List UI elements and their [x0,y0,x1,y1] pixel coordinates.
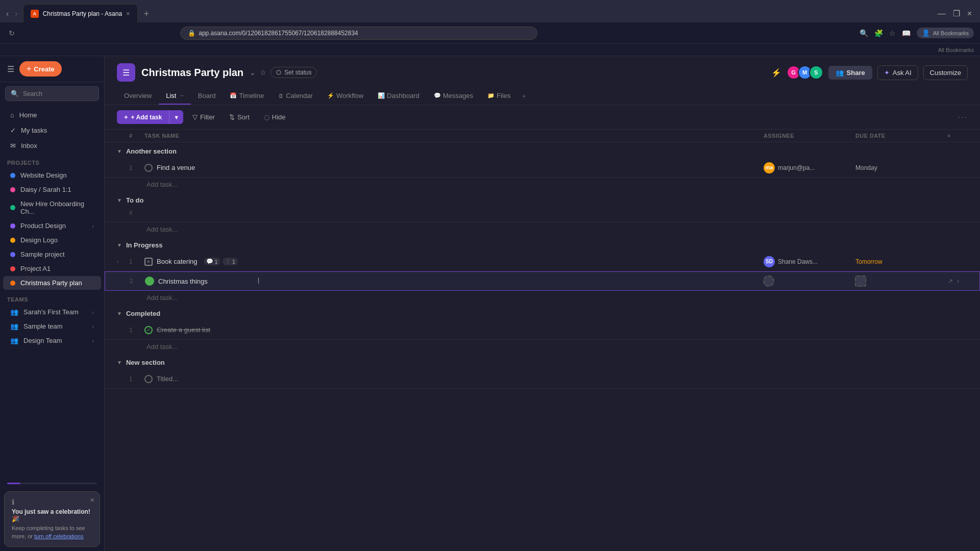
sidebar-item-daisy-sarah[interactable]: Daisy / Sarah 1:1 [3,183,101,196]
search-bar[interactable]: 🔍 Search [5,86,99,101]
toast-title: You just saw a celebration! 🎉 [12,508,92,522]
sidebar-item-design-team[interactable]: 👥 Design Team › [3,334,101,347]
section-header-todo[interactable]: ▼ To do [105,191,980,207]
add-task-dropdown-btn[interactable]: ▼ [169,110,183,124]
section-header-new[interactable]: ▼ New section [105,354,980,369]
forward-btn[interactable]: › [13,9,19,18]
tab-messages[interactable]: 💬 Messages [427,88,480,105]
browser-tab-active[interactable]: A Christmas Party plan - Asana × [23,4,138,22]
add-task-inline[interactable]: Add task... [105,222,980,236]
task-actions-editing: ↗ › [947,277,967,286]
teams-list: 👥 Sarah's First Team › 👥 Sample team › 👥… [0,305,104,348]
tab-dashboard[interactable]: 📊 Dashboard [371,88,427,105]
sidebar-item-inbox[interactable]: ✉ Inbox [3,138,101,153]
new-tab-btn[interactable]: + [139,6,154,21]
task-status-icon[interactable] [144,375,153,383]
add-task-button[interactable]: + + Add task [117,110,169,124]
tab-close-btn[interactable]: × [126,10,130,17]
action-btn-2[interactable]: › [956,277,960,286]
add-tab-btn[interactable]: + [518,88,530,104]
sidebar-item-home[interactable]: ⌂ Home [3,108,101,122]
minimize-btn[interactable]: — [938,9,946,18]
add-task-inline[interactable]: Add task... [105,291,980,305]
task-row[interactable]: 1 Titled... [105,369,980,389]
status-button[interactable]: Set status [271,67,317,78]
create-button[interactable]: + Create [19,61,62,77]
task-row[interactable]: 1 Find a venue ma marjun@pa... Monday [105,158,980,178]
task-assignee-editing[interactable] [763,276,855,287]
filter-button[interactable]: ▽ Filter [187,110,220,124]
sort-button[interactable]: ⇅ Sort [224,110,255,124]
task-row[interactable]: › 1 ✕ Book catering 💬 1 ⋮ 1 [105,252,980,271]
customize-button[interactable]: Customize [923,65,968,80]
task-status-editing[interactable] [145,277,154,286]
sidebar-item-product-design[interactable]: Product Design › [3,219,101,233]
toolbar-more-btn[interactable]: ··· [958,113,968,122]
sidebar-item-project-a1[interactable]: Project A1 [3,262,101,276]
task-duedate-editing[interactable] [855,276,947,287]
date-placeholder [855,276,866,287]
hash-col: # [129,209,144,220]
search-icon[interactable]: 🔍 [860,29,868,37]
address-bar[interactable]: 🔒 app.asana.com/0/1206182861755067/12061… [180,27,537,40]
add-task-inline[interactable]: Add task... [105,340,980,354]
hide-label: Hide [272,113,286,121]
section-header-in-progress[interactable]: ▼ In Progress [105,236,980,252]
filter-icon: ▽ [192,113,198,121]
tab-timeline[interactable]: 📅 Timeline [223,88,271,105]
project-dot [10,238,15,243]
sidebar-item-design-logo[interactable]: Design Logo [3,233,101,247]
section-toggle-icon: ▼ [117,311,122,316]
sidebar-item-my-tasks[interactable]: ✓ My tasks [3,123,101,138]
task-name-input[interactable]: Christmas things [158,278,763,285]
assignee-avatar: ma [764,162,775,173]
sidebar-item-sarahs-team[interactable]: 👥 Sarah's First Team › [3,305,101,319]
section-header-another[interactable]: ▼ Another section [105,142,980,158]
hamburger-btn[interactable]: ☰ [7,64,14,74]
col-add-btn[interactable]: + [947,133,968,139]
project-tabs: Overview List ··· Board 📅 Timeline 🗓 Cal… [117,88,968,105]
sidebar-item-christmas-party[interactable]: Christmas Party plan [3,276,101,290]
add-task-inline[interactable]: Add task... [105,178,980,191]
task-row-editing[interactable]: 2 Christmas things ↗ › [105,271,980,291]
tab-workflow[interactable]: ⚡ Workflow [320,88,371,105]
sidebar-item-sample-project[interactable]: Sample project [3,247,101,261]
workflow-icon[interactable]: ⚡ [771,68,781,78]
sidebar-item-sample-team[interactable]: 👥 Sample team › [3,319,101,333]
back-btn[interactable]: ‹ [4,9,11,18]
tab-overview[interactable]: Overview [117,88,159,105]
action-btn-1[interactable]: ↗ [947,277,954,286]
close-btn[interactable]: × [967,9,972,18]
tab-board[interactable]: Board [191,88,223,105]
tab-list[interactable]: List ··· [159,88,191,105]
star-icon[interactable]: ☆ [889,29,896,37]
toast-close-btn[interactable]: × [90,496,94,504]
sidebar-item-website-design[interactable]: Website Design [3,168,101,182]
sort-icon: ⇅ [229,113,235,121]
task-blocked-icon[interactable]: ✕ [144,258,153,266]
row-expand-btn[interactable]: › [117,259,129,264]
sidebar-item-new-hire[interactable]: New Hire Onboarding Ch... [3,197,101,218]
tab-calendar[interactable]: 🗓 Calendar [271,88,320,105]
hide-button[interactable]: ◌ Hide [259,110,291,124]
ask-ai-button[interactable]: ✦ Ask AI [877,65,918,80]
toast-link[interactable]: turn off celebrations [34,533,83,539]
section-header-completed[interactable]: ▼ Completed [105,305,980,320]
tab-files[interactable]: 📁 Files [480,88,518,105]
dropdown-chevron-icon[interactable]: ⌄ [250,68,256,77]
address-text: app.asana.com/0/1206182861755067/1206182… [199,30,358,37]
projects-section-header: Projects [0,156,104,168]
star-bookmark-icon[interactable]: ☆ [260,68,266,77]
share-button[interactable]: 👥 Share [828,66,872,80]
reader-icon[interactable]: 📖 [902,29,911,37]
task-status-icon[interactable] [144,164,153,172]
task-completed-icon[interactable]: ✓ [144,326,153,334]
reload-btn[interactable]: ↻ [6,28,17,39]
extensions-icon[interactable]: 🧩 [874,29,883,37]
maximize-btn[interactable]: ❐ [953,9,960,18]
my-tasks-label: My tasks [21,127,47,134]
chevron-right-icon: › [92,323,94,330]
progress-bar-bg [7,483,97,484]
task-row[interactable]: 1 ✓ Create a guest list [105,320,980,340]
tab-dots: ··· [179,93,183,98]
